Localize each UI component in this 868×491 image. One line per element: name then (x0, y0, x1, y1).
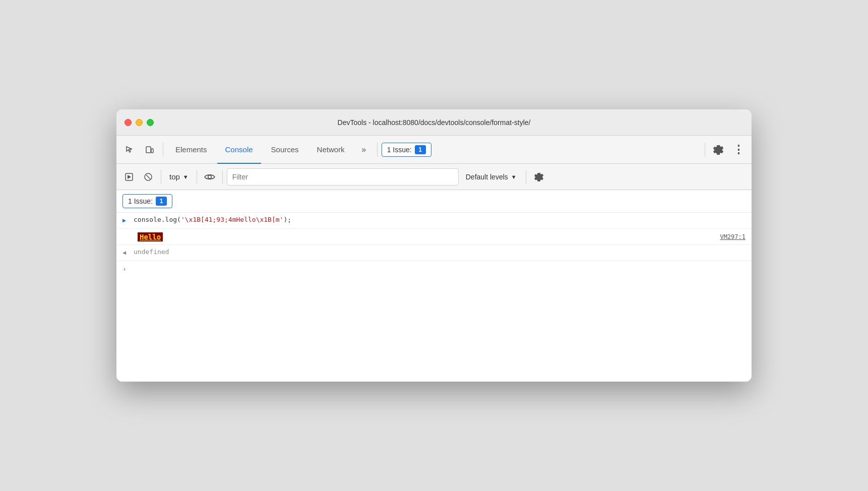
svg-line-5 (146, 175, 150, 179)
minimize-button[interactable] (136, 119, 143, 126)
live-expressions-button[interactable] (201, 168, 218, 186)
console-settings-button[interactable] (530, 168, 547, 186)
log-level-selector[interactable]: Default levels ▼ (461, 171, 522, 183)
log-code-end: ); (283, 216, 291, 223)
log-level-label: Default levels (466, 173, 508, 181)
sec-divider-1 (161, 170, 161, 184)
context-label: top (169, 172, 180, 181)
issues-inline-badge[interactable]: 1 Issue: 1 (122, 194, 172, 208)
maximize-button[interactable] (147, 119, 154, 126)
toolbar-divider-1 (163, 143, 163, 157)
vm-link[interactable]: VM297:1 (720, 233, 746, 240)
main-toolbar: Elements Console Sources Network » 1 Iss… (116, 136, 752, 164)
svg-point-6 (208, 175, 211, 178)
close-button[interactable] (125, 119, 132, 126)
issues-badge[interactable]: 1 Issue: 1 (382, 143, 431, 157)
log-entry-1: ▶ console.log('\x1B[41;93;4mHello\x1B[m'… (116, 213, 752, 229)
undefined-text: undefined (134, 248, 169, 256)
dropdown-arrow-icon: ▼ (183, 174, 189, 180)
tab-console[interactable]: Console (217, 136, 261, 164)
device-toggle-button[interactable] (141, 141, 159, 159)
svg-rect-0 (146, 147, 151, 153)
traffic-lights (125, 119, 154, 126)
context-selector[interactable]: top ▼ (165, 170, 193, 183)
hello-output-content: Hello (138, 232, 720, 241)
issues-bar[interactable]: 1 Issue: 1 (116, 190, 752, 213)
sec-divider-3 (222, 170, 223, 184)
sec-divider-2 (197, 170, 197, 184)
toolbar-divider-2 (377, 143, 378, 157)
more-tabs-button[interactable]: » (355, 141, 373, 159)
console-content: 1 Issue: 1 ▶ console.log('\x1B[41;93;4mH… (116, 190, 752, 382)
return-arrow-icon: ◀ (122, 249, 130, 256)
tab-sources[interactable]: Sources (263, 136, 307, 164)
devtools-window: DevTools - localhost:8080/docs/devtools/… (116, 109, 752, 382)
console-prompt-row[interactable]: › (116, 261, 752, 277)
log-code-content: console.log('\x1B[41;93;4mHello\x1B[m'); (134, 216, 746, 223)
issues-inline-label: 1 Issue: (128, 197, 153, 205)
tab-network[interactable]: Network (309, 136, 353, 164)
settings-button[interactable] (709, 141, 727, 159)
console-toolbar: top ▼ Default levels ▼ (116, 164, 752, 190)
log-string-text: '\x1B[41;93;4mHello\x1B[m' (181, 216, 284, 223)
issues-inline-icon: 1 (156, 197, 167, 206)
clear-console-button[interactable] (140, 168, 157, 186)
tab-elements[interactable]: Elements (167, 136, 215, 164)
log-level-arrow-icon: ▼ (511, 174, 517, 180)
hello-text: Hello (138, 232, 163, 241)
execute-button[interactable] (120, 168, 138, 186)
window-title: DevTools - localhost:8080/docs/devtools/… (338, 118, 531, 127)
prompt-icon: › (122, 265, 127, 273)
kebab-menu-button[interactable]: ⋮ (729, 141, 748, 159)
toolbar-divider-3 (705, 143, 705, 157)
issues-icon: 1 (415, 145, 426, 154)
svg-marker-3 (128, 175, 131, 179)
filter-input[interactable] (227, 168, 459, 186)
inspect-element-button[interactable] (120, 141, 139, 159)
svg-rect-1 (151, 149, 153, 153)
log-entry-output: Hello VM297:1 (116, 229, 752, 245)
titlebar: DevTools - localhost:8080/docs/devtools/… (116, 109, 752, 136)
log-code-text: console.log( (134, 216, 181, 223)
log-entry-undefined: ◀ undefined (116, 245, 752, 261)
expand-arrow-icon[interactable]: ▶ (122, 217, 130, 224)
issues-label: 1 Issue: (387, 146, 412, 154)
sec-divider-4 (526, 170, 526, 184)
